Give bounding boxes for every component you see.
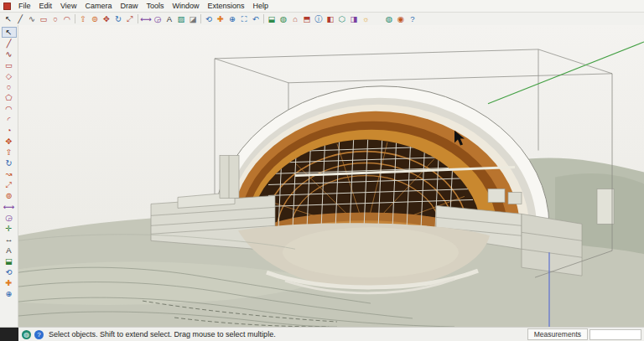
- protractor-tool-icon[interactable]: ◶: [2, 212, 17, 223]
- freehand-icon[interactable]: ∿: [26, 13, 38, 24]
- materials-icon[interactable]: ◧: [325, 13, 336, 24]
- tape-measure-icon[interactable]: ⟷: [140, 13, 152, 24]
- status-hint: Select objects. Shift to extend select. …: [49, 330, 527, 338]
- scale-tool-icon[interactable]: ⤢: [2, 179, 17, 190]
- toolbar-separator: [75, 14, 75, 23]
- top-toolbar: ↖╱∿▭○◠⇪⊚✥↻⤢⟷◶A▨◪⟲✚⊕⛶↶⬓◍⌂⬒ⓘ◧⬡◨☼◍◉?: [0, 13, 644, 26]
- add-location-icon[interactable]: ◍: [278, 13, 289, 24]
- status-bar: ◍? Select objects. Shift to extend selec…: [0, 327, 644, 341]
- menu-draw[interactable]: Draw: [116, 1, 142, 11]
- menu-window[interactable]: Window: [168, 1, 203, 11]
- axes-tool-icon[interactable]: ✛: [2, 223, 17, 234]
- follow-me-tool-icon[interactable]: ↝: [2, 168, 17, 179]
- text-tool-icon[interactable]: A: [2, 245, 17, 256]
- two-point-arc-tool-icon[interactable]: ◜: [2, 114, 17, 125]
- move-tool-icon[interactable]: ✥: [2, 136, 17, 147]
- 3d-viewport[interactable]: [18, 25, 644, 327]
- select-tool-icon[interactable]: ↖: [2, 27, 17, 38]
- toolbar-gap: [371, 18, 383, 19]
- zoom-tool-icon[interactable]: ⊕: [2, 288, 17, 299]
- rectangle-icon[interactable]: ▭: [38, 13, 49, 24]
- toolbar-separator: [138, 14, 138, 23]
- 3d-warehouse-icon[interactable]: ⌂: [289, 13, 301, 24]
- rectangle-tool-icon[interactable]: ▭: [2, 59, 17, 70]
- menu-file[interactable]: File: [14, 1, 35, 11]
- geolocation-icon[interactable]: ◍: [383, 13, 395, 24]
- section-plane-icon[interactable]: ⬓: [266, 13, 278, 24]
- scale-icon[interactable]: ⤢: [124, 13, 136, 24]
- freehand-tool-icon[interactable]: ∿: [2, 49, 17, 59]
- line-icon[interactable]: ╱: [14, 13, 26, 24]
- toolbar-separator: [200, 14, 201, 23]
- rotate-icon[interactable]: ↻: [112, 13, 124, 24]
- menu-extensions[interactable]: Extensions: [203, 1, 248, 11]
- status-dark-panel: [0, 328, 18, 341]
- toolbar-separator: [263, 14, 264, 23]
- text-icon[interactable]: A: [164, 13, 175, 24]
- claim-credit-icon[interactable]: ?: [34, 330, 44, 339]
- arc-tool-icon[interactable]: ◠: [2, 103, 17, 114]
- paint-bucket-icon[interactable]: ▨: [175, 13, 187, 24]
- protractor-icon[interactable]: ◶: [152, 13, 164, 24]
- pan-tool-icon[interactable]: ✚: [2, 277, 17, 288]
- circle-tool-icon[interactable]: ○: [2, 81, 17, 92]
- menu-tools[interactable]: Tools: [142, 1, 168, 11]
- model-info-icon[interactable]: ⓘ: [313, 13, 325, 24]
- previous-view-icon[interactable]: ↶: [250, 13, 262, 24]
- menu-view[interactable]: View: [56, 1, 80, 11]
- menu-edit[interactable]: Edit: [35, 1, 57, 11]
- styles-icon[interactable]: ◨: [348, 13, 360, 24]
- rotated-rectangle-tool-icon[interactable]: ◇: [2, 70, 17, 81]
- zoom-extents-icon[interactable]: ⛶: [238, 13, 250, 24]
- model-scene: [18, 25, 644, 327]
- select-icon[interactable]: ↖: [3, 13, 14, 24]
- extension-warehouse-icon[interactable]: ⬒: [301, 13, 313, 24]
- app-icon: [3, 3, 11, 10]
- orbit-tool-icon[interactable]: ⟲: [2, 266, 17, 277]
- polygon-tool-icon[interactable]: ⬠: [2, 92, 17, 103]
- circle-icon[interactable]: ○: [49, 13, 61, 24]
- status-icons: ◍?: [18, 330, 44, 339]
- geolocation-status-icon[interactable]: ◍: [22, 330, 31, 339]
- rotate-tool-icon[interactable]: ↻: [2, 158, 17, 168]
- offset-icon[interactable]: ⊚: [89, 13, 101, 24]
- menu-bar-items: FileEditViewCameraDrawToolsWindowExtensi…: [14, 1, 273, 11]
- shadows-icon[interactable]: ☼: [360, 13, 371, 24]
- menu-help[interactable]: Help: [248, 1, 273, 11]
- menu-bar: FileEditViewCameraDrawToolsWindowExtensi…: [0, 0, 644, 13]
- orbit-icon[interactable]: ⟲: [203, 13, 215, 24]
- line-tool-icon[interactable]: ╱: [2, 38, 17, 49]
- arc-icon[interactable]: ◠: [61, 13, 73, 24]
- section-plane-tool-icon[interactable]: ⬓: [2, 256, 17, 266]
- left-toolbar: ↖╱∿▭◇○⬠◠◜◔✥⇪↻↝⤢⊚⟷◶✛↔A⬓⟲✚⊕: [0, 25, 18, 327]
- zoom-icon[interactable]: ⊕: [226, 13, 238, 24]
- eraser-icon[interactable]: ◪: [187, 13, 199, 24]
- components-icon[interactable]: ⬡: [336, 13, 348, 24]
- menu-camera[interactable]: Camera: [80, 1, 116, 11]
- dimension-tool-icon[interactable]: ↔: [2, 234, 17, 245]
- push-pull-tool-icon[interactable]: ⇪: [2, 147, 17, 158]
- offset-tool-icon[interactable]: ⊚: [2, 190, 17, 201]
- measurements-input[interactable]: [589, 329, 641, 340]
- move-icon[interactable]: ✥: [101, 13, 112, 24]
- push-pull-icon[interactable]: ⇪: [77, 13, 89, 24]
- pan-icon[interactable]: ✚: [215, 13, 226, 24]
- user-icon[interactable]: ◉: [395, 13, 407, 24]
- pie-tool-icon[interactable]: ◔: [2, 125, 17, 136]
- tape-measure-tool-icon[interactable]: ⟷: [2, 201, 17, 212]
- help-icon[interactable]: ?: [407, 13, 418, 24]
- measurements-label: Measurements: [527, 328, 588, 340]
